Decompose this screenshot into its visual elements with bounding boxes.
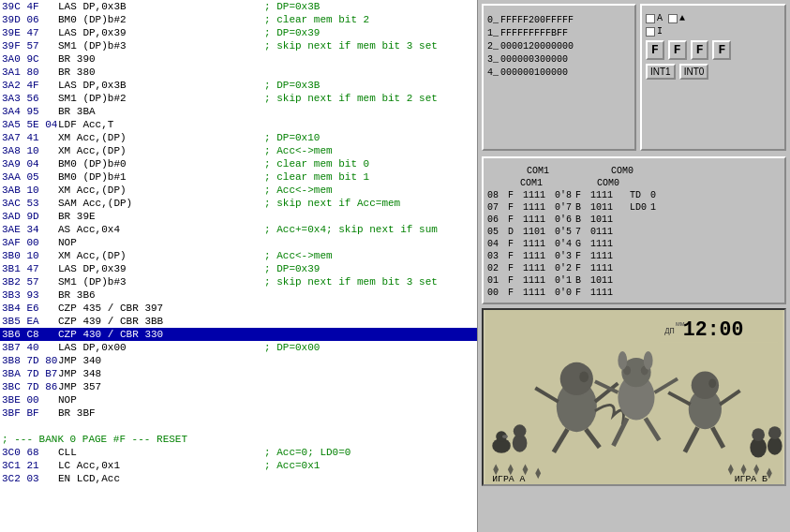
io-btn-f1[interactable]: F [646, 40, 664, 60]
code-instr-1: BM0 (DP)b#2 [58, 14, 264, 25]
code-panel[interactable]: 39C 4F LAS DP,0x3B ; DP=0x3B39D 06 BM0 (… [0, 0, 478, 532]
code-line-28[interactable]: 3BA 7D B7 JMP 348 [0, 367, 477, 380]
code-addr-1: 39D 06 [2, 14, 58, 25]
code-line-19[interactable]: 3B0 10 XM Acc,(DP) ; Acc<->mem [0, 249, 477, 262]
code-line-15[interactable]: 3AC 53 SAM Acc,(DP) ; skip next if Acc=m… [0, 197, 477, 210]
checkbox-i-box[interactable] [646, 27, 655, 37]
code-line-0[interactable]: 39C 4F LAS DP,0x3B ; DP=0x3B [0, 0, 477, 13]
checkbox-a-box[interactable] [646, 14, 655, 23]
code-line-6[interactable]: 3A2 4F LAS DP,0x3B ; DP=0x3B [0, 79, 477, 92]
lcd-bits2-3: 0111 [590, 227, 620, 237]
lcd-rows: COM1 COM0 08 F 1111 0'8 F 1111 TD0 07 F … [487, 178, 781, 299]
code-line-8[interactable]: 3A4 95 BR 3BA [0, 105, 477, 118]
code-instr-27: JMP 340 [58, 355, 264, 366]
code-line-16[interactable]: 3AD 9D BR 39E [0, 210, 477, 223]
code-line-24[interactable]: 3B5 EA CZP 439 / CBR 3BB [0, 315, 477, 328]
code-addr-31: 3BF BF [2, 407, 58, 419]
checkbox-triangle-box[interactable] [668, 14, 678, 23]
lh-addr2 [564, 178, 583, 188]
lcd-col-headers: COM1 COM0 [487, 178, 781, 188]
code-addr-23: 3B4 E6 [2, 303, 58, 314]
ram-val-4: 000000100000 [500, 67, 568, 78]
code-comment-1: ; clear mem bit 2 [264, 14, 369, 25]
code-line-4[interactable]: 3A0 9C BR 390 [0, 52, 477, 66]
code-instr-12: BM0 (DP)b#0 [58, 158, 264, 170]
code-line-31[interactable]: 3BF BF BR 3BF [0, 406, 477, 420]
code-line-2[interactable]: 39E 47 LAS DP,0x39 ; DP=0x39 [0, 26, 477, 39]
code-line-30[interactable]: 3BE 00 NOP [0, 393, 477, 406]
code-addr-35: 3C1 21 [2, 460, 58, 471]
code-comment-20: ; DP=0x39 [264, 263, 320, 274]
code-comment-3: ; skip next if mem bit 3 set [264, 40, 438, 52]
svg-point-8 [579, 372, 589, 383]
lcd-bits2-2: 1011 [590, 214, 620, 225]
lcd-let1-1: F [508, 202, 521, 213]
code-comment-17: ; Acc+=0x4; skip next if sum [264, 224, 438, 235]
lcd-headers: COM1 COM0 [487, 166, 781, 176]
checkbox-triangle[interactable]: ▲ [668, 13, 685, 23]
lcd-addr1-4: 04 [487, 239, 506, 249]
code-line-5[interactable]: 3A1 80 BR 380 [0, 66, 477, 79]
code-line-11[interactable]: 3A8 10 XM Acc,(DP) ; Acc<->mem [0, 144, 477, 157]
code-line-13[interactable]: 3AA 05 BM0 (DP)b#1 ; clear mem bit 1 [0, 170, 477, 184]
lcd-com0-spacer [600, 166, 609, 176]
code-line-34[interactable]: 3C0 68 CLL ; Acc=0; LD0=0 [0, 446, 477, 459]
lcd-bits1-6: 1111 [523, 263, 553, 273]
lcd-addr2-7: 0'1 [555, 275, 574, 286]
io-btn-f2[interactable]: F [668, 40, 687, 60]
code-line-23[interactable]: 3B4 E6 CZP 435 / CBR 397 [0, 302, 477, 315]
code-instr-31: BR 3BF [58, 407, 264, 419]
checkbox-a[interactable]: A [646, 13, 663, 23]
code-line-32[interactable] [0, 420, 477, 433]
lcd-addr2-1: 0'7 [555, 202, 574, 213]
io-btn-f3[interactable]: F [691, 40, 709, 60]
code-line-29[interactable]: 3BC 7D 86 JMP 357 [0, 380, 477, 393]
code-line-26[interactable]: 3B7 40 LAS DP,0x00 ; DP=0x00 [0, 341, 477, 354]
code-instr-2: LAS DP,0x39 [58, 27, 264, 38]
code-addr-36: 3C2 03 [2, 473, 58, 484]
lcd-addr2-6: 0'2 [555, 263, 574, 273]
code-line-18[interactable]: 3AF 00 NOP [0, 236, 477, 249]
code-line-27[interactable]: 3B8 7D 80 JMP 340 [0, 354, 477, 367]
code-line-33[interactable]: ; --- BANK 0 PAGE #F --- RESET [0, 433, 477, 446]
checkbox-i[interactable]: I [646, 26, 663, 37]
code-line-10[interactable]: 3A7 41 XM Acc,(DP) ; DP=0x10 [0, 131, 477, 144]
code-instr-19: XM Acc,(DP) [58, 250, 264, 261]
int0-button[interactable]: INT0 [679, 64, 709, 80]
code-addr-29: 3BC 7D 86 [2, 381, 58, 392]
lcd-let2-2: B [575, 214, 589, 225]
code-line-20[interactable]: 3B1 47 LAS DP,0x39 ; DP=0x39 [0, 262, 477, 275]
code-line-9[interactable]: 3A5 5E 04 LDF Acc,T [0, 118, 477, 131]
lcd-row-3: 05 D 1101 0'5 7 0111 [487, 226, 781, 238]
code-addr-9: 3A5 5E 04 [2, 119, 58, 130]
dp-label: ДП [664, 327, 675, 336]
code-comment-11: ; Acc<->mem [264, 145, 333, 156]
ram-idx-0: 0_ [487, 15, 500, 25]
ram-idx-4: 4_ [487, 67, 500, 78]
code-line-17[interactable]: 3AE 34 AS Acc,0x4 ; Acc+=0x4; skip next … [0, 223, 477, 236]
lcd-bits1-8: 1111 [523, 288, 553, 298]
code-line-35[interactable]: 3C1 21 LC Acc,0x1 ; Acc=0x1 [0, 459, 477, 472]
lcd-extra-label-0: TD [630, 190, 648, 200]
code-addr-26: 3B7 40 [2, 342, 58, 353]
code-line-12[interactable]: 3A9 04 BM0 (DP)b#0 ; clear mem bit 0 [0, 157, 477, 170]
code-instr-20: LAS DP,0x39 [58, 263, 264, 274]
io-btn-f4[interactable]: F [712, 40, 731, 60]
code-line-3[interactable]: 39F 57 SM1 (DP)b#3 ; skip next if mem bi… [0, 39, 477, 52]
code-line-36[interactable]: 3C2 03 EN LCD,Acc [0, 472, 477, 485]
lcd-let1-8: F [508, 288, 521, 298]
game-label-b: ИГРА Б [735, 474, 768, 484]
code-line-21[interactable]: 3B2 57 SM1 (DP)b#3 ; skip next if mem bi… [0, 275, 477, 288]
int1-button[interactable]: INT1 [646, 64, 676, 80]
code-line-7[interactable]: 3A3 56 SM1 (DP)b#2 ; skip next if mem bi… [0, 92, 477, 105]
lcd-bits1-7: 1111 [523, 275, 553, 286]
code-line-22[interactable]: 3B3 93 BR 3B6 [0, 288, 477, 302]
code-addr-0: 39C 4F [2, 1, 58, 12]
code-line-25[interactable]: 3B6 C8 CZP 430 / CBR 330 [0, 328, 477, 341]
code-line-1[interactable]: 39D 06 BM0 (DP)b#2 ; clear mem bit 2 [0, 13, 477, 26]
code-instr-29: JMP 357 [58, 381, 264, 392]
lh-addr1 [487, 178, 506, 188]
code-line-14[interactable]: 3AB 10 XM Acc,(DP) ; Acc<->mem [0, 184, 477, 197]
lcd-addr2-5: 0'3 [555, 251, 574, 261]
lcd-addr1-6: 02 [487, 263, 506, 273]
